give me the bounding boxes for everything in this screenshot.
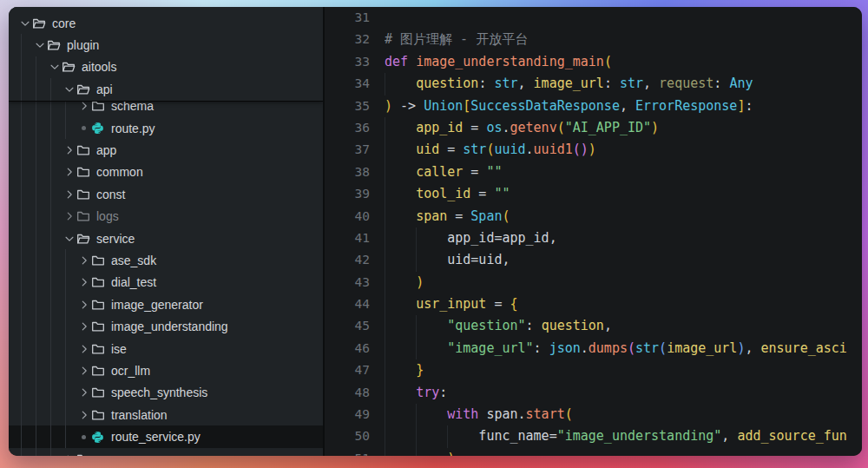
item-label: image_generator [109, 298, 203, 312]
line-number: 48 [325, 382, 370, 404]
chevron-icon[interactable] [76, 342, 91, 356]
code-line[interactable]: 51 ) [325, 448, 862, 456]
tree-item-logs[interactable]: logs [9, 206, 323, 227]
chevron-icon[interactable] [32, 38, 47, 52]
tree-item-service[interactable]: service [9, 227, 323, 249]
line-text: tool_id = "" [385, 183, 862, 205]
code-line[interactable]: 43 ) [325, 272, 862, 293]
line-number: 39 [325, 183, 370, 205]
tree-item-const[interactable]: const [9, 183, 323, 205]
code-line[interactable]: 50 func_name="image_understanding", add_… [325, 425, 862, 447]
line-text: "question": question, [385, 315, 862, 337]
line-text: func_name="image_understanding", add_sou… [385, 425, 862, 447]
chevron-icon[interactable] [76, 275, 91, 289]
chevron-icon[interactable] [76, 320, 91, 333]
chevron-icon[interactable] [62, 165, 76, 179]
folder-closed-icon [76, 209, 95, 223]
code-line[interactable]: 42 uid=uid, [325, 249, 862, 271]
code-line[interactable]: 32 # 图片理解 - 开放平台 [325, 29, 862, 50]
line-text: with span.start( [385, 404, 862, 425]
chevron-icon[interactable] [62, 452, 76, 457]
code-line[interactable]: 44 usr_input = { [325, 293, 862, 315]
python-icon [91, 430, 109, 444]
code-line[interactable]: 45 "question": question, [325, 315, 862, 337]
line-text: # 图片理解 - 开放平台 [385, 29, 862, 50]
chevron-icon[interactable] [62, 143, 76, 157]
item-label: plugin [65, 38, 99, 52]
modified-dot-icon [82, 435, 86, 439]
app-root: { "colors": { "vars": { "bg-editor": "#1… [0, 0, 868, 468]
code-line[interactable]: 40 span = Span( [325, 206, 862, 227]
code-line[interactable]: 39 tool_id = "" [325, 183, 862, 205]
chevron-icon[interactable] [62, 209, 76, 223]
code-line[interactable]: 47 } [325, 359, 862, 381]
line-number: 36 [325, 117, 370, 139]
line-number: 45 [325, 315, 370, 337]
folder-closed-icon [76, 165, 95, 179]
chevron-icon[interactable] [17, 16, 32, 30]
tree-item-ocr_llm[interactable]: ocr_llm [9, 359, 323, 381]
code-line[interactable]: 31 [325, 7, 862, 29]
item-label: ocr_llm [109, 364, 150, 378]
tree-item-image_generator[interactable]: image_generator [9, 293, 323, 315]
code-line[interactable]: 49 with span.start( [325, 404, 862, 425]
folder-closed-icon [91, 386, 109, 399]
line-text: caller = "" [385, 161, 862, 183]
item-label: core [50, 16, 76, 30]
folder-open-icon [76, 82, 95, 96]
chevron-icon[interactable] [47, 60, 62, 74]
tree-item-clipped[interactable] [9, 448, 323, 456]
code-editor-pane[interactable]: 31 32 # 图片理解 - 开放平台 33 def image_underst… [325, 7, 862, 456]
tree-item-core[interactable]: core [9, 12, 323, 34]
chevron-icon[interactable] [76, 364, 91, 378]
code-lines: 31 32 # 图片理解 - 开放平台 33 def image_underst… [325, 7, 862, 456]
chevron-icon[interactable] [62, 82, 76, 96]
line-number: 32 [325, 29, 370, 50]
tree-item-aitools[interactable]: aitools [9, 56, 323, 78]
tree-item-route.py[interactable]: route.py [9, 117, 323, 139]
code-line[interactable]: 34 question: str, image_url: str, reques… [325, 73, 862, 95]
line-number: 35 [325, 96, 370, 117]
file-tree: schema route.py app common const logs se… [9, 96, 323, 456]
code-line[interactable]: 38 caller = "" [325, 161, 862, 183]
tree-item-speech_synthesis[interactable]: speech_synthesis [9, 382, 323, 404]
code-line[interactable]: 36 app_id = os.getenv("AI_APP_ID") [325, 117, 862, 139]
folder-closed-icon [91, 320, 109, 333]
tree-item-common[interactable]: common [9, 161, 323, 183]
tree-item-translation[interactable]: translation [9, 404, 323, 425]
python-icon [91, 122, 109, 135]
code-line[interactable]: 41 app_id=app_id, [325, 227, 862, 249]
line-number: 43 [325, 272, 370, 293]
code-line[interactable]: 35 ) -> Union[SuccessDataResponse, Error… [325, 96, 862, 117]
tree-item-ase_sdk[interactable]: ase_sdk [9, 249, 323, 271]
item-label: api [95, 82, 113, 96]
tree-item-dial_test[interactable]: dial_test [9, 272, 323, 293]
modified-dot [76, 430, 91, 444]
chevron-icon[interactable] [76, 386, 91, 399]
file-explorer-sidebar[interactable]: core plugin aitools api schema route.py … [9, 7, 325, 456]
code-line[interactable]: 46 "image_url": json.dumps(str(image_url… [325, 338, 862, 359]
chevron-icon[interactable] [76, 408, 91, 422]
tree-item-image_understanding[interactable]: image_understanding [9, 315, 323, 337]
chevron-icon[interactable] [62, 188, 76, 201]
tree-item-app[interactable]: app [9, 139, 323, 161]
tree-item-api[interactable]: api [9, 78, 323, 100]
line-number: 49 [325, 404, 370, 425]
folder-open-icon [32, 16, 50, 30]
code-line[interactable]: 37 uid = str(uuid.uuid1()) [325, 139, 862, 161]
tree-item-route_service.py[interactable]: route_service.py [9, 425, 323, 447]
folder-open-icon [62, 60, 80, 74]
line-number: 33 [325, 51, 370, 73]
modified-dot [76, 122, 91, 135]
folder-open-icon [76, 232, 95, 246]
folder-open-icon [47, 38, 65, 52]
tree-item-ise[interactable]: ise [9, 338, 323, 359]
chevron-icon[interactable] [62, 232, 76, 246]
chevron-icon[interactable] [76, 298, 91, 312]
chevron-icon[interactable] [76, 254, 91, 267]
chevron-icon[interactable] [76, 99, 91, 113]
code-line[interactable]: 33 def image_understanding_main( [325, 51, 862, 73]
code-line[interactable]: 48 try: [325, 382, 862, 404]
tree-item-plugin[interactable]: plugin [9, 34, 323, 56]
folder-closed-icon [91, 342, 109, 356]
